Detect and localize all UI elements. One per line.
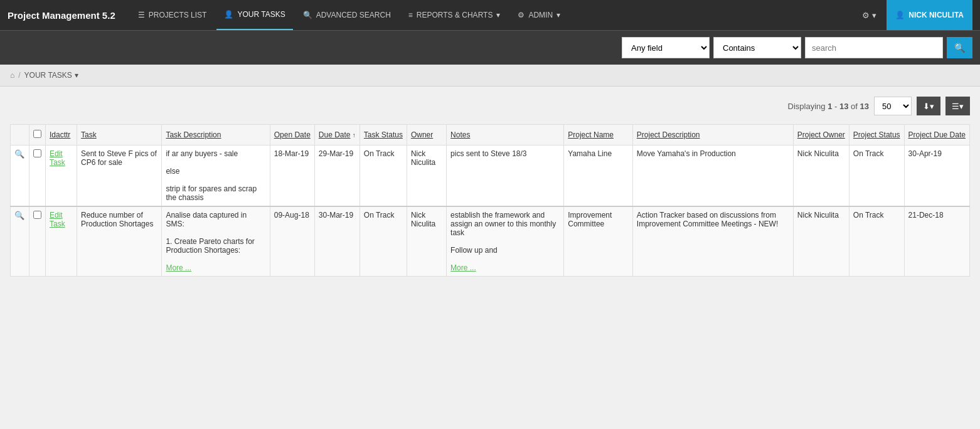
row1-idacttr: Edit Task xyxy=(46,146,77,207)
row2-project-name: Improvement Committee xyxy=(564,206,633,277)
pagination-info: Displaying 1 - 13 of 13 xyxy=(788,102,869,111)
row2-project-description: Action Tracker based on discussions from… xyxy=(632,206,793,277)
row2-owner: Nick Niculita xyxy=(407,206,446,277)
row2-task-description: Analise data captured in SMS: 1. Create … xyxy=(162,206,270,277)
breadcrumb-home[interactable]: ⌂ xyxy=(10,71,14,80)
columns-dropdown-icon: ▾ xyxy=(959,102,964,111)
row1-desc-line3: strip it for spares and scrap the chassi… xyxy=(166,184,257,202)
pagination-bar: Displaying 1 - 13 of 13 25 50 100 ⬇ ▾ ☰ … xyxy=(10,94,970,118)
sort-notes[interactable]: Notes xyxy=(450,130,470,139)
sort-project-owner[interactable]: Project Owner xyxy=(797,130,845,139)
export-dropdown-icon: ▾ xyxy=(930,102,934,111)
select-all-checkbox[interactable] xyxy=(33,130,41,138)
sort-project-name[interactable]: Project Name xyxy=(568,130,614,139)
columns-button[interactable]: ☰ ▾ xyxy=(945,97,970,115)
search-button[interactable]: 🔍 xyxy=(947,37,972,58)
row2-desc-line2: 1. Create Pareto charts for Production S… xyxy=(166,237,254,255)
sort-project-status[interactable]: Project Status xyxy=(853,130,900,139)
th-notes: Notes xyxy=(447,125,564,146)
row1-desc-line2: else xyxy=(166,167,179,176)
nav-reports-label: REPORTS & CHARTS xyxy=(417,11,493,19)
sort-task-status[interactable]: Task Status xyxy=(364,130,403,139)
reports-dropdown-icon: ▾ xyxy=(496,11,500,19)
th-project-due-date: Project Due Date xyxy=(904,125,969,146)
reports-icon: ≡ xyxy=(408,11,413,19)
row1-task: Sent to Steve F pics of CP6 for sale xyxy=(77,146,162,207)
app-title: Project Management 5.2 xyxy=(8,10,115,21)
row1-search-icon[interactable]: 🔍 xyxy=(14,149,24,159)
per-page-select[interactable]: 25 50 100 xyxy=(874,97,912,115)
nav-reports-charts[interactable]: ≡ REPORTS & CHARTS ▾ xyxy=(401,0,508,30)
main-content: Displaying 1 - 13 of 13 25 50 100 ⬇ ▾ ☰ … xyxy=(0,87,980,284)
due-date-sort-icon: ↑ xyxy=(353,132,356,139)
row1-project-status: On Track xyxy=(849,146,904,207)
search-condition-select[interactable]: Contains Equals Starts with xyxy=(713,37,801,58)
gear-menu[interactable]: ⚙ ▾ xyxy=(857,7,881,24)
sort-project-description[interactable]: Project Description xyxy=(637,130,700,139)
sort-owner[interactable]: Owner xyxy=(411,130,433,139)
export-button[interactable]: ⬇ ▾ xyxy=(917,97,940,115)
sort-task[interactable]: Task xyxy=(81,130,97,139)
row2-edit-link[interactable]: Edit xyxy=(50,211,73,220)
home-icon: ⌂ xyxy=(10,71,14,80)
row2-notes: establish the framework and assign an ow… xyxy=(447,206,564,277)
th-project-status: Project Status xyxy=(849,125,904,146)
row1-task-status: On Track xyxy=(360,146,407,207)
sort-due-date[interactable]: Due Date xyxy=(319,130,351,139)
nav-your-tasks[interactable]: 👤 YOUR TASKS xyxy=(216,0,292,30)
th-owner: Owner xyxy=(407,125,446,146)
breadcrumb-current[interactable]: YOUR TASKS ▾ xyxy=(24,71,78,80)
nav-advanced-search[interactable]: 🔍 ADVANCED SEARCH xyxy=(296,0,398,30)
user-button[interactable]: 👤 NICK NICULITA xyxy=(887,0,972,30)
th-checkbox xyxy=(29,125,46,146)
th-project-owner: Project Owner xyxy=(793,125,849,146)
data-table: Idacttr Task Task Description Open Date … xyxy=(10,124,970,277)
row1-edit-link[interactable]: Edit xyxy=(50,149,73,158)
row1-checkbox[interactable] xyxy=(33,149,41,157)
breadcrumb-current-label: YOUR TASKS xyxy=(24,71,72,80)
row2-notes-more[interactable]: More ... xyxy=(450,263,476,272)
gear-icon: ⚙ xyxy=(862,11,870,20)
nav-projects-list[interactable]: ☰ PROJECTS LIST xyxy=(130,0,215,30)
pagination-end: 13 xyxy=(839,102,848,111)
row2-notes-line1: establish the framework and assign an ow… xyxy=(450,211,556,237)
user-name-label: NICK NICULITA xyxy=(908,11,964,19)
sort-idacttr[interactable]: Idacttr xyxy=(50,130,70,139)
search-input[interactable] xyxy=(805,37,943,58)
row2-project-due-date: 21-Dec-18 xyxy=(904,206,969,277)
row2-open-date: 09-Aug-18 xyxy=(270,206,314,277)
nav-admin-label: ADMIN xyxy=(528,11,553,19)
admin-icon: ⚙ xyxy=(518,11,525,19)
row2-desc-line1: Analise data captured in SMS: xyxy=(166,211,247,228)
table-row: 🔍 Edit Task Reduce number of Production … xyxy=(11,206,970,277)
user-icon: 👤 xyxy=(224,10,233,19)
th-task: Task xyxy=(77,125,162,146)
row2-idacttr: Edit Task xyxy=(46,206,77,277)
row1-task-link[interactable]: Task xyxy=(50,158,73,167)
row1-owner: Nick Niculita xyxy=(407,146,446,207)
export-icon: ⬇ xyxy=(923,102,930,111)
sort-open-date[interactable]: Open Date xyxy=(274,130,311,139)
pagination-total: 13 xyxy=(860,102,869,111)
row2-checkbox[interactable] xyxy=(33,211,41,219)
columns-icon: ☰ xyxy=(952,102,959,111)
row2-project-status: On Track xyxy=(849,206,904,277)
th-due-date: Due Date ↑ xyxy=(314,125,360,146)
th-task-status: Task Status xyxy=(360,125,407,146)
row2-search-icon[interactable]: 🔍 xyxy=(14,211,24,220)
row2-task-link[interactable]: Task xyxy=(50,220,73,228)
row2-task: Reduce number of Production Shortages xyxy=(77,206,162,277)
sort-project-due-date[interactable]: Project Due Date xyxy=(908,130,966,139)
nav-admin[interactable]: ⚙ ADMIN ▾ xyxy=(510,0,568,30)
sort-task-description[interactable]: Task Description xyxy=(166,130,221,139)
row2-desc-more[interactable]: More ... xyxy=(166,263,191,272)
row1-desc-line1: if ar any buyers - sale xyxy=(166,149,238,158)
row1-task-description: if ar any buyers - sale else strip it fo… xyxy=(162,146,270,207)
search-field-select[interactable]: Any field Task Task Description Owner Pr… xyxy=(622,37,710,58)
th-open-date: Open Date xyxy=(270,125,314,146)
th-task-description: Task Description xyxy=(162,125,270,146)
row2-due-date: 30-Mar-19 xyxy=(314,206,360,277)
admin-dropdown-icon: ▾ xyxy=(557,11,560,19)
row1-checkbox-cell xyxy=(29,146,46,207)
row2-checkbox-cell xyxy=(29,206,46,277)
